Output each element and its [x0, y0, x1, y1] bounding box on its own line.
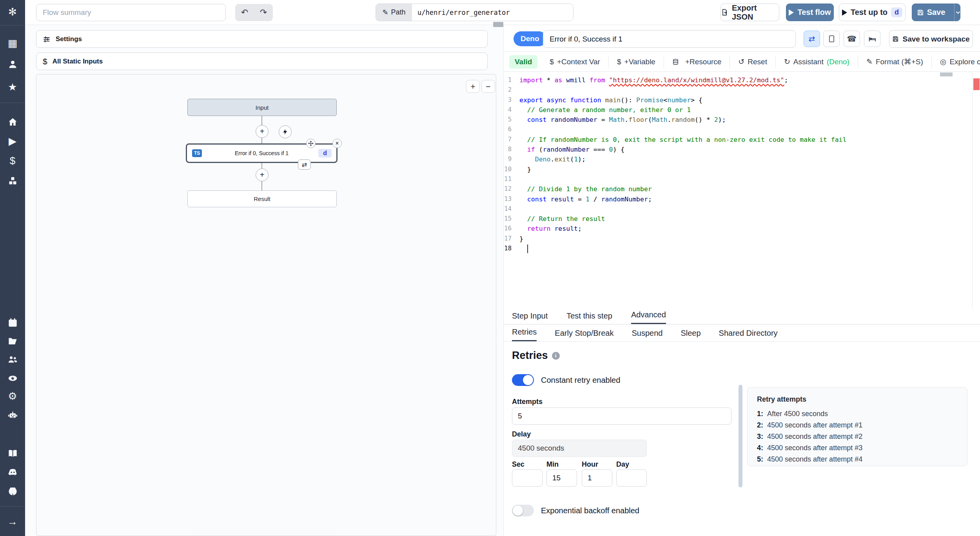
github-icon[interactable]	[0, 483, 25, 499]
sidebar-divider	[0, 103, 25, 103]
sleep-bed-icon-button[interactable]	[864, 31, 880, 47]
settings-gear-icon[interactable]: ⚙	[0, 388, 25, 404]
step-tabs: Step Input Test this step Advanced	[504, 309, 980, 324]
subtab-retries[interactable]: Retries	[512, 328, 537, 341]
step-title-input[interactable]	[543, 30, 796, 48]
code-editor[interactable]: 1import * as wmill from "https://deno.la…	[504, 72, 980, 309]
export-file-icon	[721, 9, 728, 16]
editor-right-border	[972, 72, 973, 309]
editor-hscrollbar[interactable]	[940, 72, 953, 76]
collapse-arrow-right-icon[interactable]: →	[0, 514, 25, 529]
home-icon[interactable]	[0, 114, 25, 130]
day-input[interactable]	[616, 469, 647, 487]
assistant-button[interactable]: ↻ Assistant (Deno)	[775, 55, 858, 69]
database-icon	[672, 58, 679, 65]
audit-eye-icon[interactable]	[0, 370, 25, 386]
path-field[interactable]: ✎ Path	[376, 4, 573, 21]
typescript-badge: TS	[192, 149, 202, 157]
windmill-flow-editor: ✻ ▦ ★ ▶ $ ⚙	[0, 0, 980, 536]
save-dropdown-chevron[interactable]	[954, 4, 962, 21]
flow-node-result[interactable]: Result	[187, 190, 337, 207]
flow-canvas[interactable]: + − Input + TS Error if 0, Success if 1 …	[36, 74, 496, 536]
flow-summary-input[interactable]	[36, 4, 226, 21]
tab-test-this-step[interactable]: Test this step	[566, 311, 612, 324]
windmill-logo-icon[interactable]: ✻	[0, 4, 25, 20]
code-line: 14	[504, 204, 846, 214]
docs-book-icon[interactable]	[0, 445, 25, 461]
code-line: 1import * as wmill from "https://deno.la…	[504, 75, 846, 85]
step-id-badge: d	[891, 7, 902, 17]
flow-node-input[interactable]: Input	[187, 99, 337, 116]
add-variable-button[interactable]: $ +Variable	[608, 55, 664, 69]
tab-step-input[interactable]: Step Input	[512, 311, 548, 324]
export-json-button[interactable]: Export JSON	[720, 4, 779, 21]
favorites-star-icon[interactable]: ★	[0, 79, 25, 95]
add-context-var-button[interactable]: $ +Context Var	[541, 55, 608, 69]
retries-scrollbar[interactable]	[739, 385, 742, 487]
zoom-in-button[interactable]: +	[466, 80, 480, 93]
redo-icon[interactable]: ↷	[254, 7, 273, 18]
test-up-to-button[interactable]: Test up to d	[839, 4, 906, 21]
flow-settings-row[interactable]: Settings	[36, 30, 488, 48]
retries-icon-button[interactable]: ⇄	[804, 31, 820, 47]
sec-input[interactable]	[512, 469, 543, 487]
step-detail-panel: Deno ⇄ ☎ Save to workspace Valid $ +Cont…	[504, 25, 980, 536]
variables-dollar-icon[interactable]: $	[0, 153, 25, 168]
schedules-calendar-icon[interactable]	[0, 315, 25, 330]
suspend-phone-icon-button[interactable]: ☎	[844, 31, 860, 47]
code-line: 2	[504, 85, 846, 95]
retry-attempt-item: 1:After 4500 seconds	[757, 408, 958, 420]
tab-advanced[interactable]: Advanced	[631, 310, 666, 324]
workspace-building-icon[interactable]: ▦	[0, 35, 25, 51]
min-input[interactable]	[546, 469, 577, 487]
hour-input[interactable]	[582, 469, 612, 487]
add-resource-button[interactable]: +Resource	[664, 55, 730, 69]
reset-button[interactable]: ↺ Reset	[730, 55, 775, 69]
move-step-icon[interactable]	[306, 139, 316, 148]
subtab-early-stop[interactable]: Early Stop/Break	[555, 329, 613, 341]
step-node-title: Error if 0, Success if 1	[235, 150, 289, 156]
flow-panel: Settings $ All Static Inputs + − Input +…	[25, 25, 503, 536]
panel-splitter-handle[interactable]	[493, 22, 503, 27]
code-line: 10 }	[504, 165, 846, 174]
attempts-input[interactable]	[512, 407, 731, 425]
groups-users-icon[interactable]	[0, 351, 25, 367]
trigger-bolt-icon[interactable]	[279, 125, 292, 138]
resources-cubes-icon[interactable]	[0, 173, 25, 188]
discord-icon[interactable]	[0, 464, 25, 480]
reset-undo-icon: ↺	[738, 57, 744, 66]
insert-step-plus-icon[interactable]: +	[256, 125, 269, 138]
explore-scripts-button[interactable]: ◎ Explore other s	[931, 55, 980, 69]
test-flow-button[interactable]: Test flow	[786, 4, 834, 21]
flow-node-step[interactable]: TS Error if 0, Success if 1 d	[186, 143, 338, 163]
delete-step-icon[interactable]: ×	[332, 139, 342, 148]
ai-robot-icon[interactable]	[0, 407, 25, 423]
undo-icon[interactable]: ↶	[235, 7, 254, 18]
early-stop-icon-button[interactable]	[823, 31, 840, 47]
path-input[interactable]	[412, 4, 573, 21]
all-static-inputs-row[interactable]: $ All Static Inputs	[36, 53, 488, 70]
subtab-suspend[interactable]: Suspend	[632, 329, 662, 341]
code-line: 3export async function main(): Promise<n…	[504, 95, 846, 105]
subtab-sleep[interactable]: Sleep	[681, 329, 701, 341]
retry-attempt-item: 2:4500 seconds after attempt #1	[757, 420, 958, 431]
user-icon[interactable]	[0, 56, 25, 72]
retry-loop-icon[interactable]: ⇄	[298, 159, 311, 170]
retries-heading: Retries	[512, 349, 548, 362]
save-to-workspace-button[interactable]: Save to workspace	[889, 30, 973, 48]
retry-attempt-item: 4:4500 seconds after attempt #3	[757, 442, 958, 454]
subtab-shared-directory[interactable]: Shared Directory	[719, 329, 778, 341]
zoom-out-button[interactable]: −	[481, 80, 495, 93]
insert-step-plus-icon[interactable]: +	[256, 168, 269, 181]
sidebar: ✻ ▦ ★ ▶ $ ⚙	[0, 0, 25, 536]
save-button[interactable]: Save	[912, 4, 960, 21]
editor-toolbar: Valid $ +Context Var $ +Variable +Resour…	[504, 52, 980, 72]
retry-attempts-title: Retry attempts	[757, 395, 958, 404]
folders-icon[interactable]	[0, 333, 25, 349]
dollar-icon: $	[617, 58, 621, 66]
exponential-backoff-toggle[interactable]	[512, 505, 534, 516]
constant-retry-toggle[interactable]	[512, 374, 534, 386]
runs-play-icon[interactable]: ▶	[0, 133, 25, 149]
format-button[interactable]: ✎ Format (⌘+S)	[858, 55, 931, 69]
info-icon[interactable]: i	[552, 352, 560, 360]
